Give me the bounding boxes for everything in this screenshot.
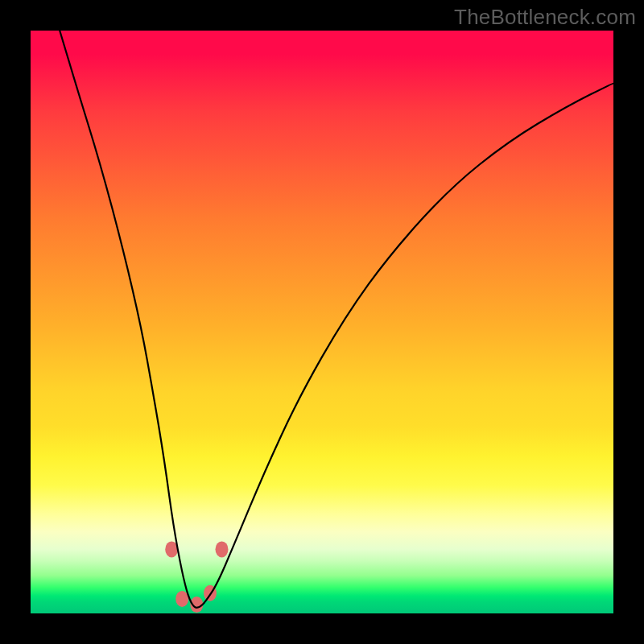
markers-layer (165, 541, 228, 613)
chart-svg (31, 31, 613, 613)
bottleneck-curve (60, 31, 613, 608)
curve-marker (175, 591, 188, 607)
plot-area (31, 31, 613, 613)
curve-marker (216, 541, 229, 557)
chart-frame: TheBottleneck.com (0, 0, 644, 644)
watermark-text: TheBottleneck.com (454, 5, 636, 30)
